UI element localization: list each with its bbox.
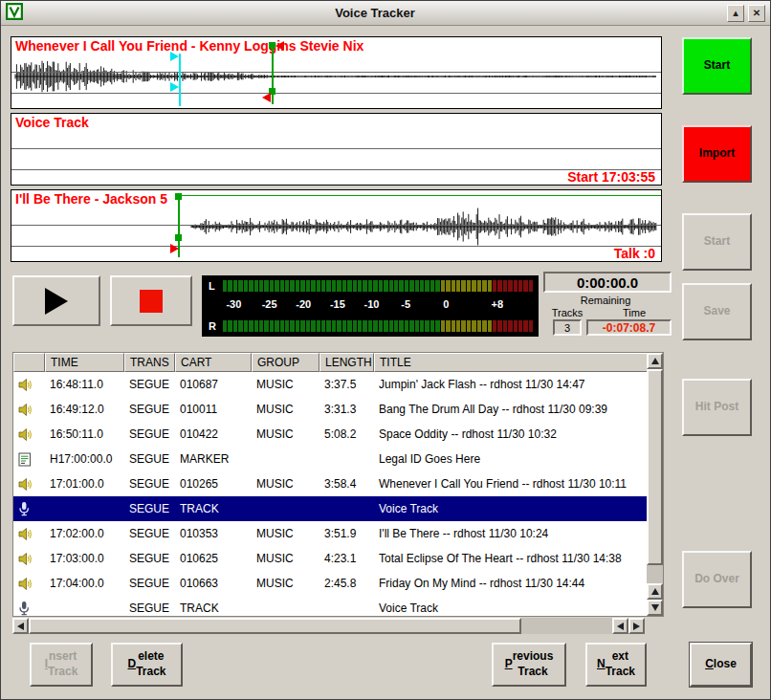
shade-icon[interactable]: ▴ <box>727 5 744 22</box>
save-button[interactable]: Save <box>682 283 752 340</box>
meter-segment <box>238 320 242 332</box>
table-row[interactable]: 16:49:12.0SEGUE010011MUSIC3:31.3Bang The… <box>13 397 663 422</box>
track2-title: I'll Be There - Jackson 5 <box>15 191 167 207</box>
mic-icon <box>13 596 45 617</box>
table-row[interactable]: 16:48:11.0SEGUE010687MUSIC3:37.5Jumpin' … <box>13 372 663 397</box>
column-header[interactable] <box>13 353 45 372</box>
up-arrow-icon <box>651 588 659 595</box>
scroll-up-button-2[interactable] <box>647 583 663 600</box>
table-row[interactable]: 16:50:11.0SEGUE010422MUSIC5:08.2Space Od… <box>13 422 663 447</box>
previous-track-button[interactable]: Previous Track <box>492 643 566 687</box>
horizontal-scroll-thumb[interactable] <box>29 618 521 634</box>
talk-marker-handle-top[interactable] <box>170 52 179 61</box>
start-marker-handle-top[interactable] <box>175 193 182 200</box>
panel-grid-line <box>11 148 661 149</box>
cell-group: MUSIC <box>252 546 319 571</box>
hit-post-button[interactable]: Hit Post <box>682 379 752 436</box>
talk-marker-handle-bottom[interactable] <box>170 82 179 92</box>
meter-segment <box>456 320 460 332</box>
horizontal-scrollbar[interactable] <box>12 618 645 634</box>
talk-marker-line[interactable] <box>179 54 181 106</box>
left-arrow-icon <box>617 623 624 630</box>
meter-segment <box>249 320 253 332</box>
insert-track-button[interactable]: Insert Track <box>30 643 93 687</box>
titlebar[interactable]: Voice Tracker ▴ ✕ <box>1 1 770 26</box>
table-row[interactable]: 17:01:00.0SEGUE010265MUSIC3:58.4Whenever… <box>13 471 663 496</box>
meter-segment <box>467 320 471 332</box>
start-button-1[interactable]: Start <box>682 37 752 95</box>
meter-segment <box>379 320 383 332</box>
start-marker-handle-bottom[interactable] <box>175 234 182 241</box>
stop-button[interactable] <box>110 275 192 326</box>
close-window-icon[interactable]: ✕ <box>748 5 765 22</box>
track2-waveform-panel: I'll Be There - Jackson 5 Talk :0 <box>11 189 662 262</box>
column-header[interactable]: TIME <box>45 353 124 372</box>
meter-scale-label: 0 <box>443 298 449 310</box>
cell-cart: 010625 <box>175 546 252 571</box>
scroll-right-button[interactable] <box>628 618 645 634</box>
import-button[interactable]: Import <box>682 125 752 183</box>
meter-segment <box>415 320 419 332</box>
table-body: 16:48:11.0SEGUE010687MUSIC3:37.5Jumpin' … <box>13 372 663 617</box>
meter-segment <box>446 320 450 332</box>
play-button[interactable] <box>12 275 100 326</box>
delete-track-button[interactable]: Delete Track <box>111 643 183 687</box>
scroll-left-button[interactable] <box>12 618 29 634</box>
table-row[interactable]: SEGUETRACKVoice Track <box>13 496 663 521</box>
table-row[interactable]: 17:02:00.0SEGUE010353MUSIC3:51.9I'll Be … <box>13 521 663 546</box>
meter-segment <box>347 320 351 332</box>
close-button[interactable]: Close <box>690 643 752 687</box>
voice-track-title: Voice Track <box>15 115 89 130</box>
column-header[interactable]: GROUP <box>252 353 319 372</box>
meter-segment <box>332 320 336 332</box>
column-header[interactable]: LENGTH <box>319 353 374 372</box>
next-track-button[interactable]: Next Track <box>585 643 647 687</box>
cell-title: Total Eclipse Of The Heart -- rdhost 11/… <box>374 546 649 571</box>
table-header-row: TIMETRANSCARTGROUPLENGTHTITLE <box>13 353 663 372</box>
table-row[interactable]: SEGUETRACKVoice Track <box>13 596 663 617</box>
column-header[interactable]: CART <box>175 353 252 372</box>
table-row[interactable]: H17:00:00.0SEGUEMARKERLegal ID Goes Here <box>13 447 663 471</box>
vertical-scrollbar[interactable] <box>647 353 663 616</box>
cell-time <box>45 596 124 617</box>
column-header[interactable]: TRANS <box>124 353 175 372</box>
scroll-left-button-2[interactable] <box>612 618 628 634</box>
cell-time: 16:49:12.0 <box>45 397 124 422</box>
fade-marker-handle-bottom[interactable] <box>262 93 271 102</box>
meter-segment <box>497 320 501 332</box>
column-header[interactable]: TITLE <box>374 353 649 372</box>
scroll-down-button[interactable] <box>647 600 663 616</box>
panel-grid-line <box>11 225 661 226</box>
meter-segment <box>290 320 294 332</box>
meter-segment <box>321 320 325 332</box>
down-arrow-icon <box>651 604 659 611</box>
meter-segment <box>389 320 393 332</box>
end-marker-line[interactable] <box>272 43 274 104</box>
vertical-scroll-thumb[interactable] <box>647 369 663 565</box>
fade-in-marker-handle[interactable] <box>170 244 179 253</box>
cell-group: MUSIC <box>252 571 319 596</box>
cell-time: 17:01:00.0 <box>45 471 124 496</box>
cell-time: 16:48:11.0 <box>45 372 124 397</box>
cell-group <box>252 496 319 521</box>
meter-segment <box>259 320 263 332</box>
fade-marker-handle-top[interactable] <box>275 41 284 51</box>
cell-group: MUSIC <box>252 397 319 422</box>
start-button-2[interactable]: Start <box>682 213 752 271</box>
cell-cart: 010687 <box>175 372 252 397</box>
do-over-button[interactable]: Do Over <box>682 551 752 608</box>
meter-segment <box>399 320 403 332</box>
panel-grid-line <box>11 72 661 73</box>
table-row[interactable]: 17:03:00.0SEGUE010625MUSIC4:23.1Total Ec… <box>13 546 663 571</box>
cell-length: 3:31.3 <box>319 397 374 422</box>
cell-cart: 010011 <box>175 397 252 422</box>
meter-scale-label: -15 <box>330 298 345 310</box>
end-marker-handle-top[interactable] <box>269 42 275 49</box>
table-row[interactable]: 17:04:00.0SEGUE010663MUSIC2:45.8Friday O… <box>13 571 663 596</box>
panel-grid-line <box>11 93 661 94</box>
scroll-up-button[interactable] <box>647 353 663 369</box>
meter-segment <box>441 320 445 332</box>
meter-segment <box>503 320 507 332</box>
cell-cart: 010265 <box>175 471 252 496</box>
cell-trans: SEGUE <box>124 422 175 447</box>
